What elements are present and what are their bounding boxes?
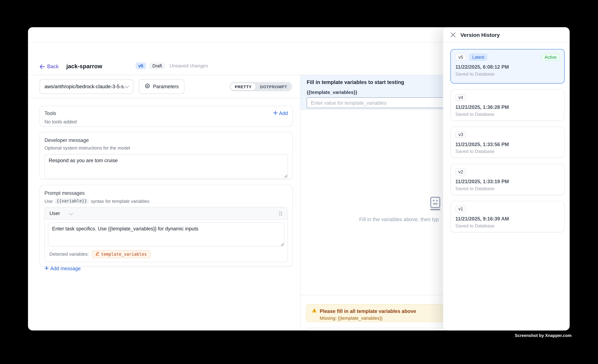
editor-pane: aws/anthropic/bedrock-claude-3-5-s... Pa… — [28, 75, 300, 330]
parameters-button[interactable]: Parameters — [139, 79, 184, 94]
version-history-title: Version History — [460, 32, 500, 38]
version-saved-status: Saved to Database — [456, 223, 560, 229]
version-card[interactable]: v1 11/21/2025, 9:16:39 AM Saved to Datab… — [450, 201, 565, 232]
syntax-hint: Use {{variable}} syntax for template var… — [44, 198, 288, 204]
tools-empty-text: No tools added — [44, 119, 288, 124]
detected-variable-chip[interactable]: template_variables — [92, 250, 150, 258]
version-timestamp: 11/21/2025, 1:33:56 PM — [456, 141, 560, 147]
toggle-dotprompt[interactable]: DOTPROMPT — [256, 83, 291, 90]
message-body: Enter task specifics. Use {{template_var… — [45, 220, 287, 248]
add-tool-label: Add — [279, 110, 288, 116]
plus-icon — [44, 266, 49, 272]
version-history-header: Version History — [443, 27, 570, 42]
version-timestamp: 11/22/2025, 6:08:12 PM — [456, 64, 560, 70]
role-select[interactable]: User — [50, 210, 73, 217]
version-number-badge: v2 — [456, 168, 466, 175]
active-badge: Active — [541, 54, 560, 61]
robot-icon — [428, 196, 442, 212]
model-row: aws/anthropic/bedrock-claude-3-5-s... Pa… — [28, 75, 300, 98]
editor-scroll-area: Tools Add No tools added Devel — [28, 98, 300, 330]
message-input[interactable]: Enter task specifics. Use {{template_var… — [48, 222, 284, 247]
format-toggle: PRETTY DOTPROMPT — [230, 82, 292, 91]
toggle-pretty[interactable]: PRETTY — [231, 83, 256, 90]
prompt-messages-title: Prompt messages — [44, 190, 288, 196]
close-icon[interactable] — [450, 32, 456, 37]
version-card[interactable]: v5 Latest Active 11/22/2025, 6:08:12 PM … — [450, 49, 565, 83]
add-message-button[interactable]: Add message — [44, 266, 288, 272]
detected-variables-label: Detected variables: — [50, 251, 89, 257]
version-timestamp: 11/21/2025, 1:33:19 PM — [456, 179, 560, 184]
gear-icon — [144, 83, 150, 90]
add-tool-button[interactable]: Add — [273, 110, 288, 116]
add-message-label: Add message — [50, 266, 81, 272]
version-timestamp: 11/21/2025, 9:16:39 AM — [456, 216, 560, 222]
watermark-text: Screenshot by Xnapper.com — [515, 333, 572, 338]
version-saved-status: Saved to Database — [456, 112, 560, 117]
version-number-badge: v1 — [456, 206, 466, 212]
prompt-title: jack-sparrow — [66, 63, 102, 69]
model-select[interactable]: aws/anthropic/bedrock-claude-3-5-s... — [40, 79, 133, 94]
developer-message-title: Developer message — [44, 137, 288, 143]
developer-message-card: Developer message Optional system instru… — [40, 132, 293, 179]
tools-title: Tools — [44, 110, 56, 116]
toolbar-badges: v5 Draft Unsaved changes — [136, 63, 208, 69]
version-number-badge: v4 — [456, 94, 466, 101]
version-number-badge: v5 — [456, 54, 466, 61]
version-timestamp: 11/21/2025, 1:36:28 PM — [456, 104, 560, 110]
version-card-chips: v5 Latest Active — [456, 54, 560, 61]
role-select-value: User — [50, 210, 60, 216]
version-card-chips: v3 — [456, 131, 560, 138]
hint-prefix: Use — [44, 199, 53, 204]
version-saved-status: Saved to Database — [456, 71, 560, 77]
version-history-panel: Version History v5 Latest Active 11/22/2… — [443, 27, 570, 331]
drag-handle-icon[interactable] — [278, 211, 283, 216]
tools-card: Tools Add No tools added — [40, 106, 293, 126]
warning-icon — [312, 307, 317, 314]
empty-state-text: Fill in the variables above, then typ — [359, 217, 439, 222]
draft-status-badge: Draft — [149, 63, 165, 69]
version-card-chips: v1 — [456, 206, 560, 212]
unsaved-changes-text: Unsaved changes — [170, 63, 208, 68]
detected-variable-name: template_variables — [101, 252, 147, 257]
back-arrow-icon — [40, 64, 45, 69]
version-card[interactable]: v3 11/21/2025, 1:33:56 PM Saved to Datab… — [450, 126, 565, 158]
detected-variables-row: Detected variables: template_variables — [45, 248, 287, 262]
variable-syntax-chip: {{variable}} — [55, 198, 89, 204]
message-header: User — [45, 207, 287, 220]
screenshot-stage: Back jack-sparrow v5 Draft Unsaved chang… — [0, 0, 598, 364]
version-number-badge: v3 — [456, 131, 466, 138]
developer-message-subtitle: Optional system instructions for the mod… — [44, 145, 288, 151]
back-label: Back — [47, 64, 59, 69]
chevron-down-icon — [69, 210, 73, 217]
developer-message-input[interactable]: Respond as you are tom cruise — [44, 154, 288, 178]
chevron-down-icon — [125, 83, 129, 90]
version-saved-status: Saved to Database — [456, 186, 560, 191]
plus-icon — [273, 110, 278, 116]
pencil-icon — [95, 251, 99, 257]
version-card[interactable]: v4 11/21/2025, 1:36:28 PM Saved to Datab… — [450, 89, 565, 121]
prompt-messages-card: Prompt messages Use {{variable}} syntax … — [40, 185, 293, 266]
model-select-value: aws/anthropic/bedrock-claude-3-5-s... — [44, 83, 125, 89]
warning-title: Please fill in all template variables ab… — [320, 308, 416, 314]
back-button[interactable]: Back — [40, 64, 59, 69]
version-card[interactable]: v2 11/21/2025, 1:33:19 PM Saved to Datab… — [450, 164, 565, 195]
hint-suffix: syntax for template variables — [91, 199, 149, 204]
version-badge: v5 — [136, 63, 146, 69]
latest-badge: Latest — [469, 54, 487, 61]
message-block: User Enter task specifics — [44, 207, 288, 262]
version-card-chips: v2 — [456, 168, 560, 175]
parameters-label: Parameters — [153, 83, 179, 89]
version-card-chips: v4 — [456, 94, 560, 101]
version-saved-status: Saved to Database — [456, 149, 560, 154]
version-list: v5 Latest Active 11/22/2025, 6:08:12 PM … — [443, 42, 570, 238]
